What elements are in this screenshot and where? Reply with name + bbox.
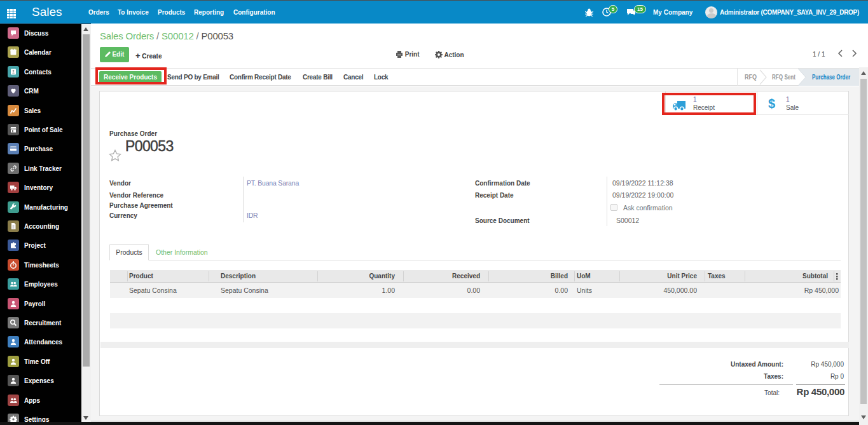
svg-text:RFQ Sent: RFQ Sent <box>772 74 796 81</box>
svg-text:RFQ: RFQ <box>745 74 757 81</box>
svg-text:Purchase Order: Purchase Order <box>812 74 850 81</box>
